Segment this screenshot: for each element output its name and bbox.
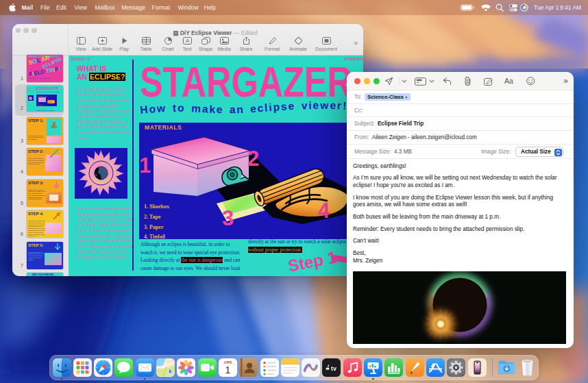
svg-text:3: 3 xyxy=(222,206,234,230)
svg-text:How to make an eclipse viewer!: How to make an eclipse viewer! xyxy=(140,99,347,116)
svg-text:2. Tape: 2. Tape xyxy=(144,214,161,220)
svg-text:4. Tinfoil: 4. Tinfoil xyxy=(144,234,166,239)
svg-text:1. Shoebox: 1. Shoebox xyxy=(144,203,169,210)
svg-text:tv: tv xyxy=(331,365,336,372)
svg-text:3. Paper: 3. Paper xyxy=(144,224,164,230)
svg-text:2: 2 xyxy=(247,147,259,171)
svg-text:1: 1 xyxy=(225,364,230,375)
svg-text:4: 4 xyxy=(318,199,330,223)
svg-text:MATERIALS: MATERIALS xyxy=(145,124,182,131)
svg-text:1: 1 xyxy=(139,153,151,177)
svg-text:A: A xyxy=(185,38,188,44)
